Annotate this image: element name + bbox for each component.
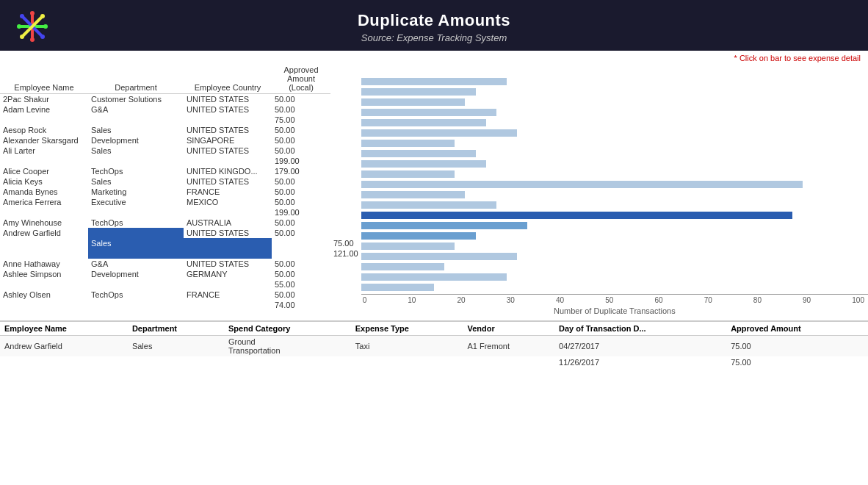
bar-row[interactable]: [361, 148, 868, 159]
bar: [361, 129, 517, 137]
employee-name: Andrew Garfield: [0, 228, 88, 238]
bar: [361, 119, 486, 126]
detail-col-employee: Employee Name: [0, 322, 128, 336]
country-cell: FRANCE: [184, 187, 272, 197]
dept-cell[interactable]: TechOps: [88, 166, 184, 176]
employee-name: [0, 207, 88, 218]
col-header-employee: Employee Name: [0, 64, 88, 94]
country-cell: UNITED STATES: [184, 104, 272, 115]
country-cell: SINGAPORE: [184, 135, 272, 146]
detail-cell-amount: 75.00: [726, 356, 868, 368]
bar-row[interactable]: [361, 159, 868, 169]
bar-row[interactable]: [361, 118, 868, 128]
employee-name: [0, 238, 88, 248]
detail-cell-vendor: A1 Fremont: [463, 336, 554, 357]
svg-point-7: [43, 24, 48, 29]
country-cell: UNITED STATES: [184, 94, 272, 105]
bar-row[interactable]: [361, 251, 868, 262]
country-cell: MEXICO: [184, 197, 272, 207]
bar-row[interactable]: [361, 128, 868, 138]
dept-cell[interactable]: Development: [88, 269, 184, 279]
employee-name: Alexander Skarsgard: [0, 135, 88, 146]
bar-row[interactable]: [361, 241, 868, 251]
country-cell: [184, 115, 272, 125]
bar-row[interactable]: [361, 97, 868, 107]
amount-cell: 50.00: [272, 125, 330, 135]
bar: [361, 263, 444, 270]
bar: [361, 88, 476, 96]
dept-cell[interactable]: [88, 207, 184, 218]
bar-row[interactable]: [361, 282, 868, 292]
bar-row[interactable]: [361, 179, 868, 190]
amount-cell: 199.00: [272, 156, 330, 166]
bar-row[interactable]: [361, 272, 868, 282]
col-header-amount: Approved Amount (Local): [272, 64, 330, 94]
dept-cell[interactable]: [88, 279, 184, 290]
dept-cell[interactable]: Marketing: [88, 187, 184, 197]
main-data-table: Employee Name Department Employee Countr…: [0, 64, 361, 310]
dept-cell[interactable]: Development: [88, 135, 184, 146]
detail-row: 11/26/201775.00: [0, 356, 868, 368]
bar-row[interactable]: [361, 210, 868, 220]
detail-row: Andrew GarfieldSalesGround Transportatio…: [0, 336, 868, 357]
country-cell: UNITED STATES: [184, 125, 272, 135]
svg-point-5: [30, 37, 35, 42]
dept-cell[interactable]: Sales: [88, 176, 184, 187]
dept-cell[interactable]: TechOps: [88, 218, 184, 228]
detail-cell-employee: [0, 356, 128, 368]
country-cell: UNITED KINGDO...: [184, 166, 272, 176]
dept-cell[interactable]: Sales: [88, 228, 184, 259]
country-cell: GERMANY: [184, 269, 272, 279]
employee-name: Amanda Bynes: [0, 187, 88, 197]
dept-cell[interactable]: TechOps: [88, 290, 184, 300]
bar-row[interactable]: [361, 200, 868, 210]
country-cell: [272, 238, 330, 248]
bar-row[interactable]: [361, 169, 868, 179]
amount-cell: 50.00: [272, 187, 330, 197]
dept-cell[interactable]: [88, 300, 184, 310]
bar-row[interactable]: [361, 220, 868, 231]
detail-table: Employee Name Department Spend Category …: [0, 322, 868, 368]
bar-row[interactable]: [361, 107, 868, 118]
amount-cell: 50.00: [272, 290, 330, 300]
amount-cell: 50.00: [272, 197, 330, 207]
dept-cell[interactable]: G&A: [88, 104, 184, 115]
dept-cell[interactable]: [88, 156, 184, 166]
country-cell: AUSTRALIA: [184, 218, 272, 228]
employee-name: [0, 115, 88, 125]
detail-col-day: Day of Transaction D...: [554, 322, 726, 336]
amount-cell: 75.00: [330, 238, 361, 248]
dept-cell[interactable]: Customer Solutions: [88, 94, 184, 105]
bar: [361, 98, 465, 106]
dept-cell[interactable]: G&A: [88, 259, 184, 269]
svg-point-9: [40, 35, 45, 39]
amount-cell: 199.00: [272, 207, 330, 218]
dept-cell[interactable]: [184, 238, 272, 248]
bar: [361, 181, 803, 188]
amount-cell: 74.00: [272, 300, 330, 310]
bar: [361, 150, 476, 157]
page-subtitle: Source: Expense Tracking System: [0, 32, 868, 43]
bar: [361, 232, 476, 240]
dept-cell[interactable]: [88, 115, 184, 125]
bar-row[interactable]: [361, 138, 868, 148]
dept-cell[interactable]: [184, 248, 272, 259]
dept-cell[interactable]: Sales: [88, 125, 184, 135]
country-cell: UNITED STATES: [184, 176, 272, 187]
amount-cell: 50.00: [272, 104, 330, 115]
detail-cell-amount: 75.00: [726, 336, 868, 357]
dept-cell[interactable]: Sales: [88, 146, 184, 156]
dept-cell[interactable]: Executive: [88, 197, 184, 207]
detail-section: Employee Name Department Spend Category …: [0, 320, 868, 368]
employee-name: Ali Larter: [0, 146, 88, 156]
detail-cell-employee: Andrew Garfield: [0, 336, 128, 357]
amount-cell: 50.00: [272, 218, 330, 228]
bar: [361, 253, 517, 260]
bar-row[interactable]: [361, 190, 868, 200]
bar-row[interactable]: [361, 87, 868, 97]
bar-row[interactable]: [361, 262, 868, 272]
col-header-country: Employee Country: [184, 64, 272, 94]
country-cell: UNITED STATES: [184, 146, 272, 156]
bar-row[interactable]: [361, 231, 868, 241]
bar-row[interactable]: [361, 76, 868, 87]
